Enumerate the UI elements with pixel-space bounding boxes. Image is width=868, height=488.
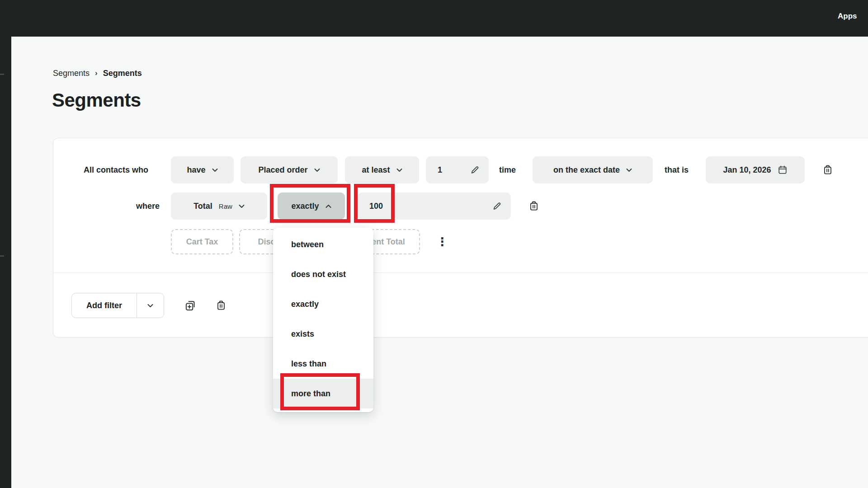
dropdown-item-does-not-exist[interactable]: does not exist (273, 259, 373, 289)
value-input[interactable]: 100 (358, 192, 511, 220)
property-variant: Raw (219, 202, 232, 210)
dropdown-item-less-than[interactable]: less than (273, 349, 373, 379)
event-select[interactable]: Placed order (241, 156, 338, 183)
chevron-down-icon (147, 304, 153, 308)
trash-icon (822, 164, 834, 176)
date-operator-value: on the exact date (553, 165, 620, 175)
page-title: Segments (52, 89, 141, 111)
rule-prefix-label: All contacts who (84, 156, 148, 183)
chevron-down-icon (212, 168, 218, 172)
property-select[interactable]: Total Raw (171, 192, 267, 220)
card-divider (53, 272, 868, 273)
delete-condition-button[interactable] (527, 198, 541, 214)
time-unit-label: time (499, 156, 516, 183)
count-operator-value: at least (362, 165, 390, 175)
date-picker[interactable]: Jan 10, 2026 (706, 156, 805, 183)
breadcrumb: Segments › Segments (53, 69, 142, 78)
delete-filter-button[interactable] (214, 298, 228, 313)
duplicate-plus-icon (184, 299, 197, 312)
count-value-input[interactable]: 1 (426, 156, 489, 183)
date-value: Jan 10, 2026 (723, 165, 771, 175)
chevron-down-icon (314, 168, 320, 172)
event-select-value: Placed order (258, 165, 307, 175)
date-connector-label: that is (665, 156, 689, 183)
collapsed-sidebar (0, 37, 11, 488)
chevron-right-icon: › (95, 69, 98, 78)
chevron-up-icon (326, 204, 331, 208)
value-text: 100 (369, 202, 383, 211)
sidebar-tick-icon (0, 255, 4, 257)
dropdown-item-exists[interactable]: exists (273, 319, 373, 349)
verb-select-value: have (187, 165, 205, 175)
more-properties-button[interactable]: ⋮ (435, 234, 449, 249)
breadcrumb-current: Segments (103, 69, 142, 78)
add-filter-button[interactable]: Add filter (72, 293, 137, 318)
count-operator-select[interactable]: at least (345, 156, 419, 183)
verb-select[interactable]: have (171, 156, 234, 183)
apps-menu-item[interactable]: Apps (838, 12, 857, 21)
trash-icon (215, 300, 227, 311)
add-filter-caret-button[interactable] (137, 293, 164, 318)
duplicate-filter-button[interactable] (184, 298, 197, 313)
chevron-down-icon (396, 168, 402, 172)
trash-icon (528, 200, 540, 212)
operator-select-open[interactable]: exactly (278, 192, 345, 220)
where-label: where (134, 192, 160, 220)
dropdown-item-between[interactable]: between (273, 230, 373, 259)
chevron-down-icon (626, 168, 632, 172)
segment-filter-card: All contacts who have Placed order at le… (53, 138, 868, 338)
edit-pencil-icon (492, 201, 502, 211)
calendar-icon (778, 165, 788, 175)
suggested-property-cart-tax[interactable]: Cart Tax (171, 229, 233, 254)
delete-rule-button[interactable] (821, 162, 835, 178)
operator-value: exactly (291, 202, 319, 211)
breadcrumb-segments-link[interactable]: Segments (53, 69, 90, 78)
dropdown-item-exactly[interactable]: exactly (273, 289, 373, 319)
count-value: 1 (438, 165, 442, 175)
dropdown-item-more-than[interactable]: more than (273, 379, 373, 408)
add-filter-split-button[interactable]: Add filter (71, 293, 164, 318)
edit-pencil-icon (470, 165, 480, 175)
date-operator-select[interactable]: on the exact date (533, 156, 653, 183)
top-bar: Apps (0, 0, 868, 37)
operator-dropdown-menu: between does not exist exactly exists le… (273, 228, 373, 412)
sidebar-tick-icon (0, 74, 4, 75)
dots-vertical-icon: ⋮ (436, 235, 448, 249)
chevron-down-icon (239, 204, 245, 208)
property-value: Total (193, 202, 212, 211)
suggested-property-label: Cart Tax (186, 237, 218, 247)
